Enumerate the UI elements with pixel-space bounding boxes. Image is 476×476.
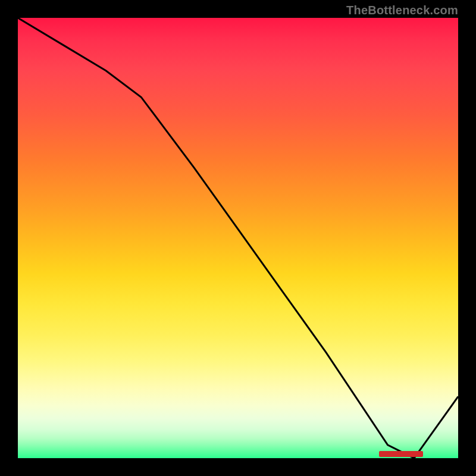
gradient-plot-area (18, 18, 458, 458)
chart-frame: TheBottleneck.com (0, 0, 476, 476)
optimum-range-marker (379, 451, 423, 457)
watermark-text: TheBottleneck.com (346, 4, 458, 17)
